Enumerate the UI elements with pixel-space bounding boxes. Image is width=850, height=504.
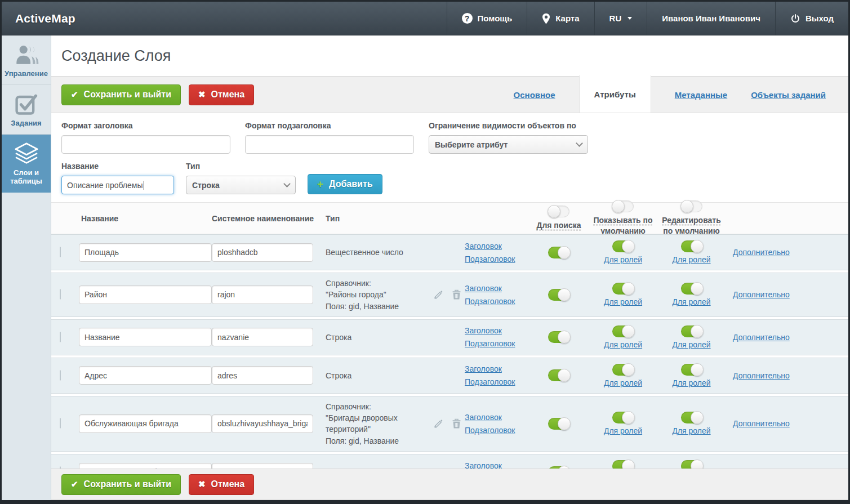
language-selector[interactable]: RU (594, 2, 647, 35)
subheader-link[interactable]: Подзаголовок (465, 255, 528, 264)
tab-main[interactable]: Основное (514, 90, 555, 100)
edit-default-toggle[interactable] (681, 325, 702, 337)
show-default-toggle[interactable] (612, 412, 634, 423)
cancel-button[interactable]: ✖ Отмена (189, 84, 254, 105)
attribute-row: Строка Заголовок Подзаголовок Для ролей (51, 319, 848, 355)
edit-default-toggle[interactable] (681, 283, 702, 295)
show-default-toggle[interactable] (612, 364, 634, 376)
header-link[interactable]: Заголовок (465, 242, 528, 251)
edit-default-toggle[interactable] (681, 240, 702, 252)
show-default-toggle[interactable] (612, 283, 634, 295)
show-default-all-toggle[interactable] (612, 200, 634, 212)
attribute-name-input[interactable] (79, 328, 212, 346)
cancel-button-bottom[interactable]: ✖ Отмена (189, 474, 254, 495)
header-link[interactable]: Заголовок (465, 364, 528, 373)
roles-link[interactable]: Для ролей (672, 340, 710, 349)
new-attribute-type-select[interactable]: Строка (186, 176, 296, 194)
sidebar-item-tasks[interactable]: Задания (2, 85, 51, 135)
roles-link[interactable]: Для ролей (604, 378, 642, 387)
save-button-bottom[interactable]: ✔ Сохранить и выйти (61, 474, 181, 495)
subheader-link[interactable]: Подзаголовок (465, 339, 528, 348)
user-menu[interactable]: Иванов Иван Иванович (647, 2, 775, 35)
col-edit-default-header[interactable]: Редактировать по умолчанию (656, 215, 727, 237)
attribute-name-input[interactable] (79, 366, 212, 385)
delete-dictionary-icon[interactable] (452, 418, 461, 429)
attribute-sysname-input[interactable] (212, 286, 313, 304)
more-link[interactable]: Дополнительно (733, 371, 790, 380)
edit-dictionary-icon[interactable] (433, 289, 444, 300)
roles-link[interactable]: Для ролей (604, 297, 642, 306)
show-default-toggle[interactable] (612, 460, 634, 469)
roles-link[interactable]: Для ролей (604, 255, 642, 264)
show-default-toggle[interactable] (612, 240, 634, 252)
col-search-header[interactable]: Для поиска (536, 220, 581, 231)
new-attribute-name-input[interactable]: Описание проблемы (61, 176, 174, 194)
more-link[interactable]: Дополнительно (733, 248, 790, 257)
header-link[interactable]: Заголовок (465, 413, 528, 422)
subheader-format-input[interactable] (245, 135, 414, 154)
subheader-link[interactable]: Подзаголовок (465, 377, 528, 386)
roles-link[interactable]: Для ролей (672, 255, 710, 264)
attribute-sysname-input[interactable] (212, 366, 313, 385)
col-sysname-header: Системное наименование (212, 214, 314, 223)
chevron-down-icon (576, 140, 583, 147)
search-toggle[interactable] (548, 247, 569, 258)
tab-metadata[interactable]: Метаданные (675, 90, 727, 100)
attribute-sysname-input[interactable] (212, 328, 313, 346)
attribute-name-input[interactable] (79, 414, 212, 433)
sidebar-item-layers[interactable]: Слои и таблицы (2, 135, 51, 193)
attribute-row: Справочник: "Районы города" Поля: gid, Н… (51, 273, 848, 317)
attribute-name-input[interactable] (79, 243, 212, 262)
save-button[interactable]: ✔ Сохранить и выйти (61, 84, 181, 105)
search-toggle[interactable] (548, 331, 569, 343)
add-attribute-button[interactable]: + Добавить (308, 174, 382, 194)
delete-dictionary-icon[interactable] (452, 289, 461, 300)
row-checkbox[interactable] (60, 418, 61, 429)
header-link[interactable]: Заголовок (465, 284, 528, 293)
tab-attributes[interactable]: Атрибуты (579, 75, 651, 113)
map-button[interactable]: Карта (527, 2, 594, 35)
attribute-name-input[interactable] (79, 463, 212, 469)
text-cursor (144, 181, 144, 190)
attribute-name-input[interactable] (79, 286, 212, 304)
help-button[interactable]: ? Помощь (447, 2, 527, 35)
attribute-sysname-input[interactable] (212, 463, 313, 469)
header-link[interactable]: Заголовок (465, 461, 528, 469)
roles-link[interactable]: Для ролей (604, 340, 642, 349)
edit-default-toggle[interactable] (681, 412, 702, 423)
power-icon (790, 14, 800, 24)
edit-default-toggle[interactable] (681, 364, 702, 376)
attribute-sysname-input[interactable] (212, 243, 313, 262)
search-toggle[interactable] (548, 289, 569, 301)
row-checkbox[interactable] (60, 289, 61, 300)
attribute-type-text: Строка (326, 333, 355, 342)
subheader-link[interactable]: Подзаголовок (465, 426, 528, 435)
roles-link[interactable]: Для ролей (604, 426, 642, 435)
header-link[interactable]: Заголовок (465, 326, 528, 335)
more-link[interactable]: Дополнительно (733, 290, 790, 299)
roles-link[interactable]: Для ролей (672, 378, 710, 387)
save-label: Сохранить и выйти (84, 90, 171, 100)
row-checkbox[interactable] (60, 332, 61, 342)
show-default-toggle[interactable] (612, 325, 634, 337)
sidebar-item-management[interactable]: Управление (2, 35, 51, 85)
edit-default-all-toggle[interactable] (681, 200, 702, 212)
roles-link[interactable]: Для ролей (672, 297, 710, 306)
search-toggle[interactable] (548, 369, 569, 381)
roles-link[interactable]: Для ролей (672, 426, 710, 435)
search-all-toggle[interactable] (548, 206, 569, 217)
tab-task-objects[interactable]: Объекты заданий (751, 90, 826, 100)
edit-dictionary-icon[interactable] (433, 418, 444, 429)
search-toggle[interactable] (548, 418, 569, 430)
visibility-attribute-select[interactable]: Выберите атрибут (429, 135, 588, 154)
header-format-input[interactable] (61, 135, 230, 154)
more-link[interactable]: Дополнительно (733, 419, 790, 428)
more-link[interactable]: Дополнительно (733, 333, 790, 342)
col-show-default-header[interactable]: Показывать по умолчанию (590, 215, 656, 237)
row-checkbox[interactable] (60, 370, 61, 381)
edit-default-toggle[interactable] (681, 460, 702, 469)
subheader-link[interactable]: Подзаголовок (465, 297, 528, 306)
logout-button[interactable]: Выход (775, 2, 848, 35)
attribute-sysname-input[interactable] (212, 414, 313, 433)
row-checkbox[interactable] (60, 247, 61, 257)
